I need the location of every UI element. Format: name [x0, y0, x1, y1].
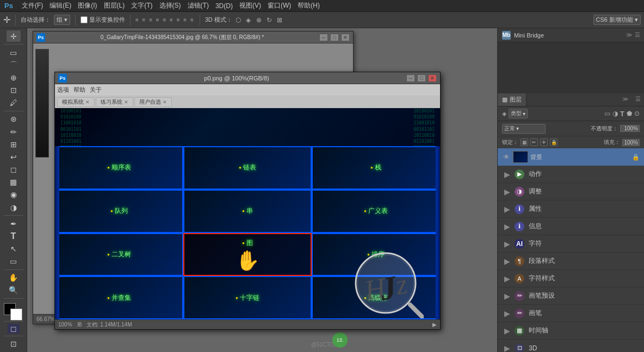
filter-pixel-icon[interactable]: ▭: [604, 110, 610, 117]
lock-position-btn[interactable]: ✛: [540, 139, 548, 146]
screen-mode-tool[interactable]: ⊡: [7, 338, 21, 350]
inner-doc-title: p0.png @ 100%(RGB/8): [67, 75, 406, 81]
grid-cell-union-find[interactable]: 并查集: [55, 276, 183, 319]
shape-tool[interactable]: ▭: [7, 256, 21, 267]
inner-maximize-btn[interactable]: □: [417, 74, 426, 82]
show-transform-checkbox[interactable]: [81, 16, 88, 23]
mini-bridge-expand[interactable]: ≫: [626, 32, 633, 39]
background-color[interactable]: [10, 309, 22, 320]
paragraph-style-panel-btn[interactable]: ▶ ¶ 段落样式: [498, 253, 644, 270]
brush-panel-btn[interactable]: ▶ ✏ 画笔: [498, 305, 644, 322]
marquee-tool[interactable]: ▭: [7, 47, 21, 58]
dodge-tool[interactable]: ◑: [7, 202, 21, 213]
quick-select-tool[interactable]: ⊕: [7, 72, 21, 83]
layer-item-background[interactable]: 👁 背景 🔒: [498, 148, 644, 166]
character-panel-btn[interactable]: ▶ AI 字符: [498, 235, 644, 253]
filter-smart-icon[interactable]: ⊙: [634, 110, 640, 117]
app-tab-exercise[interactable]: 练习系统 ✕: [96, 97, 133, 107]
lock-transparency-btn[interactable]: ▦: [521, 139, 528, 146]
pen-tool[interactable]: ✒: [7, 218, 21, 229]
fill-input[interactable]: [622, 139, 640, 146]
grid-cell-queue[interactable]: 队列: [55, 190, 183, 233]
brush-tool[interactable]: ✏: [7, 126, 21, 137]
menu-image[interactable]: 图像(I): [78, 1, 97, 10]
menu-3d[interactable]: 3D(D): [215, 2, 233, 10]
menu-file[interactable]: 文件(F): [22, 1, 43, 10]
eraser-tool[interactable]: ◻: [7, 164, 21, 175]
outer-minimize-btn[interactable]: ─: [319, 34, 328, 41]
layer-type-dropdown[interactable]: 类型 ▾: [509, 109, 528, 118]
inner-minimize-btn[interactable]: ─: [406, 74, 415, 82]
actions-panel-btn[interactable]: ▶ ▶ 动作: [498, 166, 644, 183]
type-tool[interactable]: T: [7, 230, 21, 242]
app-menu-option[interactable]: 选项: [57, 86, 69, 94]
app-tab-exercise-close[interactable]: ✕: [124, 99, 128, 105]
panel-menu-icon[interactable]: ☰: [632, 93, 644, 106]
app-tab-simulate-close[interactable]: ✕: [85, 99, 90, 105]
quick-mask-tool[interactable]: ◻: [8, 324, 20, 334]
filter-text-icon[interactable]: T: [620, 110, 624, 118]
inner-document-window: Ps p0.png @ 100%(RGB/8) ─ □ ✕ 选项 帮助 关于 模…: [54, 72, 441, 330]
3d-mode-label: 3D 模式：: [205, 16, 232, 24]
app-menu-about[interactable]: 关于: [90, 86, 102, 94]
history-brush-tool[interactable]: ↩: [7, 151, 21, 162]
path-selection-tool[interactable]: ↖: [7, 243, 21, 254]
cs6-features-dropdown[interactable]: CS6 新增功能 ▾: [593, 15, 641, 25]
grid-cell-generalized-list[interactable]: 广义表: [312, 190, 440, 233]
menu-edit[interactable]: 编辑(E): [49, 1, 71, 10]
layer-visibility-btn[interactable]: 👁: [502, 153, 511, 161]
grid-cell-string[interactable]: 串: [183, 190, 312, 233]
move-tool-icon[interactable]: ✛: [3, 15, 10, 25]
filter-adjustment-icon[interactable]: ◑: [612, 110, 618, 117]
outer-close-btn[interactable]: ✕: [341, 34, 350, 41]
info-panel-btn[interactable]: ▶ ℹ 信息: [498, 218, 644, 235]
hand-tool[interactable]: ✋: [7, 272, 21, 284]
zoom-tool[interactable]: 🔍: [7, 285, 21, 296]
app-menu-help[interactable]: 帮助: [73, 86, 85, 94]
grid-cell-graph[interactable]: ✋ 图: [183, 233, 312, 276]
inner-close-btn[interactable]: ✕: [428, 74, 437, 82]
menu-help[interactable]: 帮助(H): [298, 1, 320, 10]
app-tab-custom-close[interactable]: ✕: [163, 99, 167, 105]
grid-cell-cross-list[interactable]: 十字链: [183, 276, 312, 319]
attributes-panel-btn[interactable]: ▶ ℹ 属性: [498, 200, 644, 218]
app-tab-simulate[interactable]: 模拟系统 ✕: [57, 97, 95, 107]
blur-tool[interactable]: ◉: [7, 189, 21, 200]
menu-layer[interactable]: 图层(L): [104, 1, 125, 10]
crop-tool[interactable]: ⊡: [7, 85, 21, 96]
blending-mode-dropdown[interactable]: 正常 ▾: [502, 124, 546, 134]
inner-status-arrow[interactable]: ▶: [432, 322, 437, 328]
eyedropper-tool[interactable]: 🖊: [7, 97, 21, 109]
clone-stamp-tool[interactable]: ⊞: [7, 139, 21, 150]
app-tab-custom[interactable]: 用户自选 ✕: [134, 97, 172, 107]
opacity-input[interactable]: [620, 125, 640, 132]
mini-bridge-menu[interactable]: ☰: [635, 32, 640, 39]
menu-window[interactable]: 窗口(W): [268, 1, 291, 10]
menu-select[interactable]: 选择(S): [159, 1, 181, 10]
panel-expand-icon[interactable]: ≫: [619, 93, 632, 106]
lasso-tool[interactable]: ⌒: [7, 59, 21, 71]
lock-all-btn[interactable]: 🔒: [550, 139, 558, 146]
adjustments-panel-btn[interactable]: ▶ ◑ 调整: [498, 183, 644, 200]
outer-maximize-btn[interactable]: □: [330, 34, 339, 41]
timeline-panel-btn[interactable]: ▶ ▦ 时间轴: [498, 322, 644, 340]
grid-cell-string-label: 串: [242, 206, 253, 216]
3d-panel-btn[interactable]: ▶ ⊡ 3D: [498, 340, 644, 352]
layer-lock-icon: 🔒: [632, 154, 640, 161]
gradient-tool[interactable]: ▦: [7, 177, 21, 188]
auto-select-dropdown[interactable]: 组 ▾: [54, 15, 70, 25]
grid-cell-linked-list[interactable]: 链表: [183, 146, 312, 190]
grid-cell-binary-tree[interactable]: 二叉树: [55, 233, 183, 276]
lock-pixels-btn[interactable]: ✏: [530, 139, 538, 146]
grid-cell-sequential-list[interactable]: 顺序表: [55, 146, 183, 190]
filter-shape-icon[interactable]: ⬟: [627, 110, 632, 117]
menu-view[interactable]: 视图(V): [239, 1, 261, 10]
move-tool[interactable]: ✛: [7, 30, 21, 42]
character-style-panel-btn[interactable]: ▶ A 字符样式: [498, 270, 644, 287]
menu-text[interactable]: 文字(T): [131, 1, 152, 10]
brush-presets-panel-btn[interactable]: ▶ ✏ 画笔预设: [498, 287, 644, 305]
menu-filter[interactable]: 滤镜(T): [188, 1, 209, 10]
layers-tab-btn[interactable]: ▦ 图层: [498, 93, 527, 106]
healing-brush-tool[interactable]: ⊛: [7, 114, 21, 125]
grid-cell-stack[interactable]: 栈: [312, 146, 440, 190]
